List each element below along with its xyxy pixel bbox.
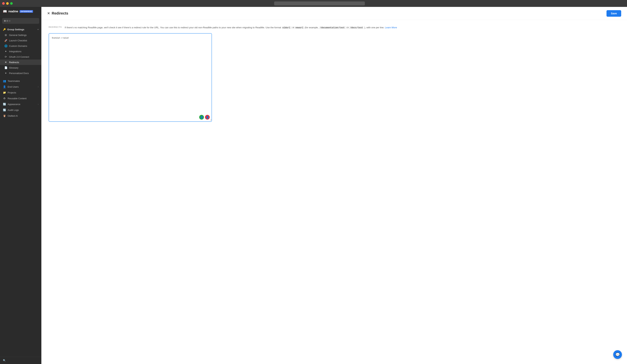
sidebar-item-oauth[interactable]: ⟳ OAuth 2.0 Connect [0, 54, 41, 59]
sidebar-item-teammates[interactable]: 👥 Teammates [0, 78, 41, 84]
redirects-textarea[interactable]: from/url -> to/url [49, 34, 211, 121]
learn-more-link[interactable]: Learn More [385, 26, 397, 29]
sidebar-bottom: 🔍 [0, 357, 41, 364]
owlbot-icon: 🦉 [3, 114, 6, 117]
sidebar-item-personalized-docs[interactable]: ✦ Personalized Docs [0, 70, 41, 76]
custom-domains-icon: 🌐 [4, 45, 7, 47]
personalized-docs-icon: ✦ [4, 72, 7, 75]
project-selector[interactable] [2, 18, 39, 24]
projects-label: Projects [8, 91, 16, 94]
group-settings-label: Group Settings [7, 28, 24, 31]
owlbot-label: Owlbot AI [8, 114, 18, 117]
sidebar-item-general-settings[interactable]: ⊞ General Settings [0, 32, 41, 38]
group-settings-header[interactable]: 🔑 Group Settings ▾ [0, 27, 41, 32]
search-icon: 🔍 [3, 359, 6, 362]
main-body: REDIRECTS If there's no matching ReadMe … [41, 20, 627, 364]
code-example-2: /documentation/test -> /docs/test [319, 26, 364, 29]
redirects-description-text: If there's no matching ReadMe page, we'l… [65, 26, 397, 30]
titlebar-search [274, 1, 365, 5]
sidebar-item-redirects[interactable]: ✕ Redirects [0, 59, 41, 65]
personalized-docs-label: Personalized Docs [9, 72, 29, 75]
sidebar-item-audit-logs[interactable]: 🔃 Audit Logs [0, 107, 41, 113]
redirects-text-part1: If there's no matching ReadMe page, we'l… [65, 26, 282, 29]
redirects-text-part2: (for example, [304, 26, 319, 29]
project-dots [4, 20, 10, 22]
oauth-icon: ⟳ [4, 55, 7, 58]
audit-logs-icon: 🔃 [3, 108, 6, 111]
integrations-label: Integrations [9, 50, 21, 53]
reusable-content-icon: ♻ [3, 97, 6, 100]
dot-2 [6, 20, 8, 22]
sidebar-search-button[interactable]: 🔍 [3, 359, 39, 362]
redirects-icon: ✕ [4, 61, 7, 64]
oauth-label: OAuth 2.0 Connect [9, 55, 29, 58]
sidebar-item-end-users[interactable]: 👤 End Users › [0, 84, 41, 90]
avatar-green: 👤 [199, 115, 204, 120]
general-settings-label: General Settings [9, 34, 27, 37]
sidebar-item-reusable-content[interactable]: ♻ Reusable Content [0, 96, 41, 101]
sidebar-item-glossary[interactable]: 📄 Glossary [0, 65, 41, 70]
redirects-label: Redirects [9, 61, 19, 64]
key-icon: 🔑 [3, 28, 6, 31]
end-users-icon: 👤 [3, 85, 6, 88]
redirects-description: REDIRECTS If there's no matching ReadMe … [49, 26, 620, 30]
sidebar-item-projects[interactable]: 📁 Projects [0, 90, 41, 96]
teammates-label: Teammates [8, 80, 20, 82]
sidebar-logo: 📖 readme ENTERPRISE [0, 7, 41, 16]
integrations-icon: ✦ [4, 50, 7, 53]
sidebar-item-custom-domains[interactable]: 🌐 Custom Domains [0, 43, 41, 49]
appearance-chevron: › [38, 103, 39, 105]
textarea-bottom-icons: 👤 👤 [199, 115, 210, 120]
page-title: Redirects [52, 11, 68, 15]
general-settings-icon: ⊞ [4, 34, 7, 37]
titlebar [0, 0, 627, 7]
avatar-red: 👤 [205, 115, 210, 120]
main-content: ✕ Redirects Save REDIRECTS If there's no… [41, 7, 627, 364]
enterprise-badge: ENTERPRISE [20, 10, 33, 13]
chat-icon: 💬 [615, 352, 620, 357]
chat-button[interactable]: 💬 [613, 350, 622, 359]
projects-icon: 📁 [3, 91, 6, 94]
glossary-icon: 📄 [4, 66, 7, 69]
top-level-section: 👥 Teammates 👤 End Users › 📁 Projects ♻ R… [0, 77, 41, 120]
redirects-text-part3: ), with one per line. [364, 26, 385, 29]
maximize-button[interactable] [10, 2, 13, 5]
group-settings-section: 🔑 Group Settings ▾ ⊞ General Settings 🚀 … [0, 26, 41, 77]
page-title-icon: ✕ [47, 11, 50, 15]
logo-text: readme [8, 10, 18, 13]
redirects-section-label: REDIRECTS [49, 26, 62, 30]
main-header: ✕ Redirects Save [41, 7, 627, 20]
appearance-icon: 🔄 [3, 103, 6, 105]
sidebar-item-appearance[interactable]: 🔄 Appearance › [0, 101, 41, 107]
end-users-chevron: › [38, 86, 39, 88]
launch-checklist-label: Launch Checklist [9, 39, 27, 42]
close-button[interactable] [2, 2, 5, 5]
audit-logs-label: Audit Logs [8, 109, 19, 111]
sidebar-item-owlbot-ai[interactable]: 🦉 Owlbot AI [0, 113, 41, 119]
custom-domains-label: Custom Domains [9, 45, 27, 47]
dot-1 [4, 20, 6, 22]
teammates-icon: 👥 [3, 79, 6, 82]
sidebar-item-launch-checklist[interactable]: 🚀 Launch Checklist [0, 38, 41, 43]
save-button[interactable]: Save [607, 10, 621, 17]
redirects-textarea-wrapper: from/url -> to/url 👤 👤 [49, 33, 212, 122]
app-layout: 📖 readme ENTERPRISE 🔑 Group Settings ▾ [0, 7, 627, 364]
sidebar-item-integrations[interactable]: ✦ Integrations [0, 49, 41, 54]
code-example-1: oldurl -> newurl [282, 26, 304, 29]
logo-icon: 📖 [3, 9, 7, 13]
appearance-label: Appearance [8, 103, 20, 105]
glossary-label: Glossary [9, 66, 18, 69]
reusable-content-label: Reusable Content [8, 97, 26, 100]
sidebar: 📖 readme ENTERPRISE 🔑 Group Settings ▾ [0, 7, 41, 364]
minimize-button[interactable] [6, 2, 9, 5]
group-settings-chevron: ▾ [38, 29, 39, 31]
end-users-label: End Users [8, 86, 19, 88]
page-title-container: ✕ Redirects [47, 11, 68, 15]
dot-3 [9, 20, 10, 22]
launch-checklist-icon: 🚀 [4, 39, 7, 42]
